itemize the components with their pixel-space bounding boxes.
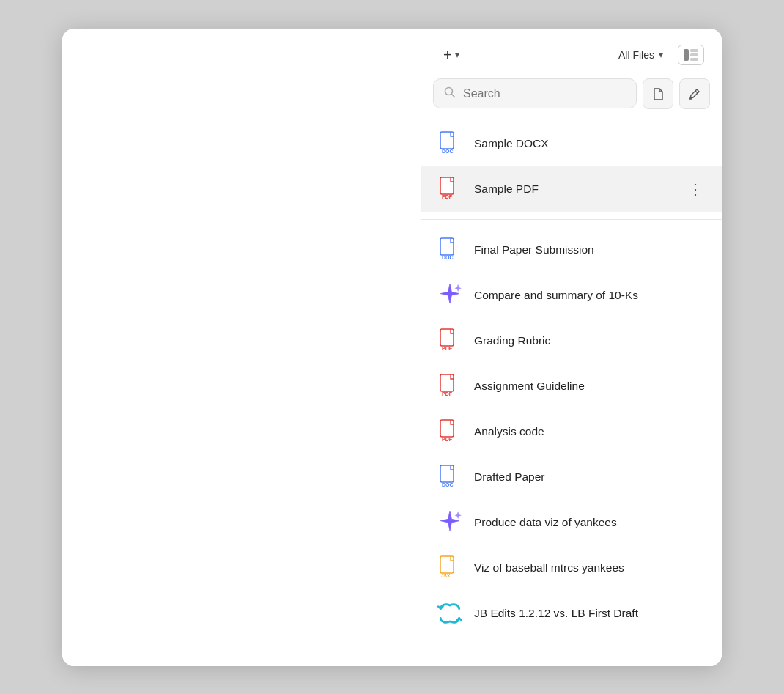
- file-name-sample-docx: Sample DOCX: [474, 137, 707, 150]
- filter-label: All Files: [618, 49, 654, 61]
- svg-line-5: [452, 95, 455, 97]
- pdf-icon-assignment-guideline: PDF: [436, 372, 464, 400]
- svg-text:DOC: DOC: [442, 482, 454, 487]
- svg-text:PDF: PDF: [442, 437, 453, 442]
- svg-rect-14: [440, 329, 454, 346]
- svg-rect-2: [690, 53, 698, 56]
- add-button[interactable]: + ▾: [439, 45, 464, 65]
- search-bar: [433, 78, 637, 108]
- svg-rect-22: [440, 556, 454, 573]
- svg-rect-8: [440, 132, 454, 149]
- docx-icon-drafted-paper: DOC: [436, 463, 464, 491]
- plus-icon: +: [443, 48, 452, 62]
- file-name-grading-rubric: Grading Rubric: [474, 334, 707, 347]
- svg-text:PDF: PDF: [442, 194, 453, 199]
- filter-chevron-icon: ▾: [659, 50, 663, 60]
- file-item-analysis-code[interactable]: PDF Analysis code: [421, 409, 722, 454]
- file-name-final-paper: Final Paper Submission: [474, 243, 707, 256]
- svg-rect-18: [440, 420, 454, 437]
- svg-rect-1: [690, 49, 698, 52]
- file-item-sample-pdf[interactable]: PDF Sample PDF ⋮: [421, 166, 722, 212]
- sidebar-toggle-icon: [684, 49, 698, 61]
- search-icon: [444, 86, 456, 100]
- toolbar: + ▾ All Files ▾: [421, 29, 722, 78]
- top-file-list: DOC Sample DOCX PDF Sample PDF ⋮: [421, 118, 722, 215]
- svg-rect-16: [440, 374, 454, 391]
- section-divider: [421, 219, 722, 220]
- pdf-icon-analysis-code: PDF: [436, 418, 464, 446]
- ai-sparkle-icon-produce: [436, 509, 464, 536]
- file-name-assignment-guideline: Assignment Guideline: [474, 380, 707, 393]
- file-name-produce-data-viz: Produce data viz of yankees: [474, 516, 707, 529]
- pdf-icon: PDF: [436, 175, 464, 203]
- svg-rect-10: [440, 177, 454, 194]
- main-file-list: DOC Final Paper Submission Compare and s…: [421, 224, 722, 639]
- file-name-jb-edits: JB Edits 1.2.12 vs. LB First Draft: [474, 607, 707, 620]
- svg-text:DOC: DOC: [442, 255, 454, 260]
- ai-sparkle-icon-compare: [436, 281, 464, 309]
- file-item-grading-rubric[interactable]: PDF Grading Rubric: [421, 318, 722, 363]
- svg-text:PDF: PDF: [442, 391, 453, 396]
- file-item-drafted-paper[interactable]: DOC Drafted Paper: [421, 454, 722, 500]
- file-name-sample-pdf: Sample PDF: [474, 182, 673, 196]
- file-name-viz-baseball: Viz of baseball mtrcs yankees: [474, 561, 707, 575]
- left-panel: [62, 29, 421, 666]
- file-item-jb-edits[interactable]: JB Edits 1.2.12 vs. LB First Draft: [421, 591, 722, 636]
- file-name-drafted-paper: Drafted Paper: [474, 470, 707, 484]
- compare-icon-jb-edits: [436, 599, 464, 627]
- highlight-button[interactable]: [679, 78, 710, 109]
- file-item-assignment-guideline[interactable]: PDF Assignment Guideline: [421, 363, 722, 409]
- new-doc-button[interactable]: [643, 78, 673, 109]
- pdf-icon-grading-rubric: PDF: [436, 327, 464, 355]
- svg-rect-0: [684, 49, 689, 61]
- svg-rect-20: [440, 465, 454, 482]
- file-item-produce-data-viz[interactable]: Produce data viz of yankees: [421, 500, 722, 545]
- docx-icon-final-paper: DOC: [436, 236, 464, 264]
- file-item-sample-docx[interactable]: DOC Sample DOCX: [421, 121, 722, 166]
- svg-line-6: [695, 91, 698, 93]
- all-files-filter-button[interactable]: All Files ▾: [613, 46, 669, 64]
- svg-rect-3: [690, 58, 698, 61]
- svg-text:DOC: DOC: [442, 149, 454, 154]
- add-chevron-icon: ▾: [455, 50, 459, 60]
- file-item-final-paper[interactable]: DOC Final Paper Submission: [421, 227, 722, 273]
- svg-rect-12: [440, 238, 454, 255]
- search-input[interactable]: [463, 87, 626, 100]
- new-doc-icon: [651, 86, 665, 101]
- jsx-icon: JSX: [436, 554, 464, 582]
- file-name-compare-summary: Compare and summary of 10-Ks: [474, 289, 707, 302]
- search-area: [421, 78, 722, 118]
- file-item-viz-baseball[interactable]: JSX Viz of baseball mtrcs yankees: [421, 545, 722, 591]
- file-item-compare-summary[interactable]: Compare and summary of 10-Ks: [421, 273, 722, 318]
- more-options-button-sample-pdf[interactable]: ⋮: [684, 180, 707, 198]
- right-panel: + ▾ All Files ▾: [421, 29, 722, 666]
- svg-text:JSX: JSX: [441, 573, 451, 578]
- svg-text:PDF: PDF: [442, 346, 453, 351]
- sidebar-toggle-button[interactable]: [678, 45, 704, 65]
- highlight-icon: [687, 86, 702, 101]
- docx-icon: DOC: [436, 130, 464, 158]
- file-name-analysis-code: Analysis code: [474, 425, 707, 438]
